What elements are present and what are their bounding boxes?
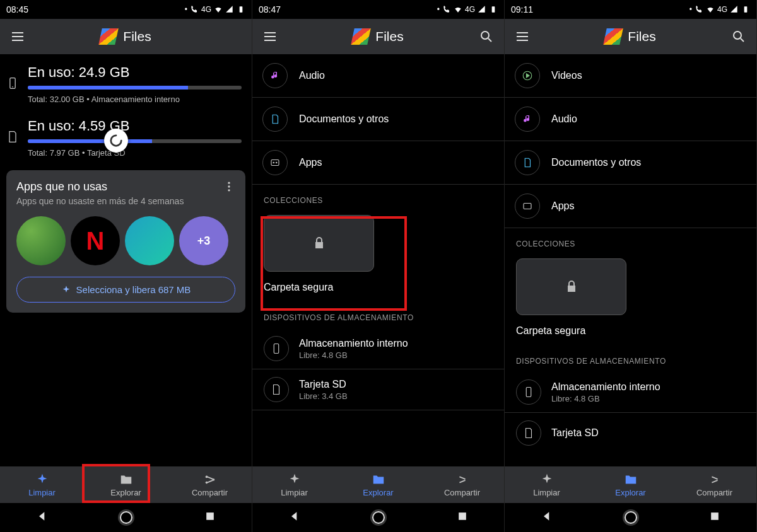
call-icon xyxy=(190,5,199,14)
status-bar: 08:45 • 4G xyxy=(0,0,252,19)
home-icon[interactable] xyxy=(625,511,637,524)
free-space-button[interactable]: Selecciona y libera 687 MB xyxy=(16,277,235,303)
category-audio[interactable]: Audio xyxy=(252,54,504,98)
category-documents[interactable]: Documentos y otros xyxy=(505,141,756,185)
nav-share[interactable]: Compartir xyxy=(420,466,504,503)
svg-point-12 xyxy=(481,32,489,39)
device-sd[interactable]: Tarjeta SD Libre: 3.4 GB xyxy=(252,369,504,410)
safe-folder-label: Carpeta segura xyxy=(252,278,504,302)
svg-point-2 xyxy=(12,86,13,88)
section-devices: DISPOSITIVOS DE ALMACENAMIENTO xyxy=(505,345,756,372)
nav-share[interactable]: Compartir xyxy=(672,466,756,503)
nav-clean[interactable]: Limpiar xyxy=(252,466,336,503)
svg-point-14 xyxy=(273,162,274,163)
device-internal[interactable]: Almacenamiento interno Libre: 4.8 GB xyxy=(252,328,504,369)
device-internal[interactable]: Almacenamiento interno Libre: 4.8 GB xyxy=(505,372,756,413)
home-icon[interactable] xyxy=(372,511,385,524)
svg-rect-16 xyxy=(274,344,279,354)
back-icon[interactable] xyxy=(288,510,301,525)
device-name: Tarjeta SD xyxy=(551,427,599,439)
unused-apps-list: N +3 xyxy=(16,216,235,265)
nav-share[interactable]: Compartir xyxy=(168,466,252,503)
app-icon[interactable] xyxy=(16,216,66,265)
app-title: Files xyxy=(375,29,403,44)
doc-icon xyxy=(262,107,288,132)
back-icon[interactable] xyxy=(541,510,553,525)
menu-icon[interactable] xyxy=(510,24,535,49)
svg-rect-22 xyxy=(526,388,531,397)
device-name: Almacenamiento interno xyxy=(551,381,660,393)
lock-icon xyxy=(312,236,327,251)
nav-explore[interactable]: Explorar xyxy=(84,466,168,503)
safe-folder-card[interactable] xyxy=(516,258,626,315)
recents-icon[interactable] xyxy=(204,510,216,525)
category-apps[interactable]: Apps xyxy=(252,141,504,185)
apps-icon xyxy=(262,150,288,175)
app-bar: Files xyxy=(505,19,756,54)
cta-label: Selecciona y libera 687 MB xyxy=(76,284,191,295)
files-logo-icon xyxy=(604,28,624,45)
app-title: Files xyxy=(123,29,151,44)
category-label: Apps xyxy=(299,157,494,168)
svg-point-3 xyxy=(228,182,230,184)
nav-clean[interactable]: Limpiar xyxy=(0,466,84,503)
storage-used-label: En uso: 4.59 GB xyxy=(28,118,242,134)
app-icon[interactable] xyxy=(125,216,174,265)
recents-icon[interactable] xyxy=(708,510,721,525)
screen-explore-1: 08:47 • 4G Files Audio Documentos y ot xyxy=(252,0,505,532)
category-audio[interactable]: Audio xyxy=(505,98,756,141)
section-collections: COLECCIONES xyxy=(252,185,504,211)
status-bar: 09:11 • 4G xyxy=(505,0,756,19)
bottom-nav: Limpiar Explorar Compartir xyxy=(505,466,756,503)
storage-total-label: Total: 7.97 GB • Tarjeta SD xyxy=(28,148,242,158)
unused-apps-card: Apps que no usas Apps que no usaste en m… xyxy=(6,170,245,313)
bottom-nav: Limpiar Explorar Compartir xyxy=(252,466,504,503)
loading-spinner-icon xyxy=(104,129,128,153)
files-logo-icon xyxy=(351,28,372,45)
device-sd[interactable]: Tarjeta SD xyxy=(505,413,756,446)
svg-point-7 xyxy=(205,475,208,478)
category-label: Apps xyxy=(551,200,746,212)
nav-clean[interactable]: Limpiar xyxy=(505,466,589,503)
svg-rect-11 xyxy=(492,6,495,12)
category-label: Audio xyxy=(551,113,746,125)
svg-rect-18 xyxy=(744,6,748,12)
apps-icon xyxy=(515,194,540,219)
safe-folder-card[interactable] xyxy=(264,215,374,272)
system-nav xyxy=(0,503,252,532)
svg-rect-17 xyxy=(459,512,466,520)
nav-label: Explorar xyxy=(110,488,141,497)
nav-label: Compartir xyxy=(444,488,480,497)
clock: 09:11 xyxy=(511,4,533,14)
app-bar: Files xyxy=(0,19,252,54)
battery-icon xyxy=(489,5,498,14)
svg-point-9 xyxy=(212,478,214,481)
recents-icon[interactable] xyxy=(456,510,469,525)
menu-icon[interactable] xyxy=(257,24,283,49)
back-icon[interactable] xyxy=(36,510,49,525)
wifi-icon xyxy=(214,5,223,14)
nav-explore[interactable]: Explorar xyxy=(336,466,420,503)
search-icon[interactable] xyxy=(474,24,499,49)
home-icon[interactable] xyxy=(120,511,132,524)
svg-point-15 xyxy=(276,162,278,163)
card-title: Apps que no usas xyxy=(16,180,184,194)
svg-point-8 xyxy=(205,481,208,483)
section-devices: DISPOSITIVOS DE ALMACENAMIENTO xyxy=(252,302,504,328)
search-icon[interactable] xyxy=(726,24,751,49)
storage-internal[interactable]: En uso: 24.9 GB Total: 32.00 GB • Almace… xyxy=(0,54,252,108)
signal-icon xyxy=(225,5,234,14)
category-apps[interactable]: Apps xyxy=(505,185,756,228)
menu-icon[interactable] xyxy=(5,24,30,49)
more-icon[interactable] xyxy=(223,180,235,195)
nav-explore[interactable]: Explorar xyxy=(589,466,672,503)
section-collections: COLECCIONES xyxy=(505,228,756,255)
category-documents[interactable]: Documentos y otros xyxy=(252,98,504,141)
app-icon[interactable]: N xyxy=(71,216,120,265)
audio-icon xyxy=(515,107,540,132)
video-icon xyxy=(515,63,540,88)
nav-label: Compartir xyxy=(696,488,732,497)
category-videos[interactable]: Videos xyxy=(505,54,756,98)
app-more[interactable]: +3 xyxy=(179,216,228,265)
clock: 08:47 xyxy=(259,4,281,14)
